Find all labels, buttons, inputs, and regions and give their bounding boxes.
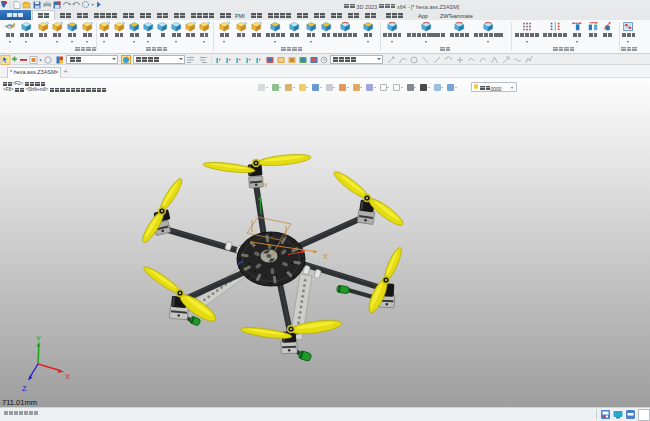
svg-text:X: X bbox=[65, 372, 70, 381]
svg-text:Y: Y bbox=[36, 334, 41, 343]
svg-text:Z: Z bbox=[22, 384, 27, 393]
svg-text:X: X bbox=[323, 253, 328, 260]
svg-text:Y: Y bbox=[264, 182, 269, 189]
